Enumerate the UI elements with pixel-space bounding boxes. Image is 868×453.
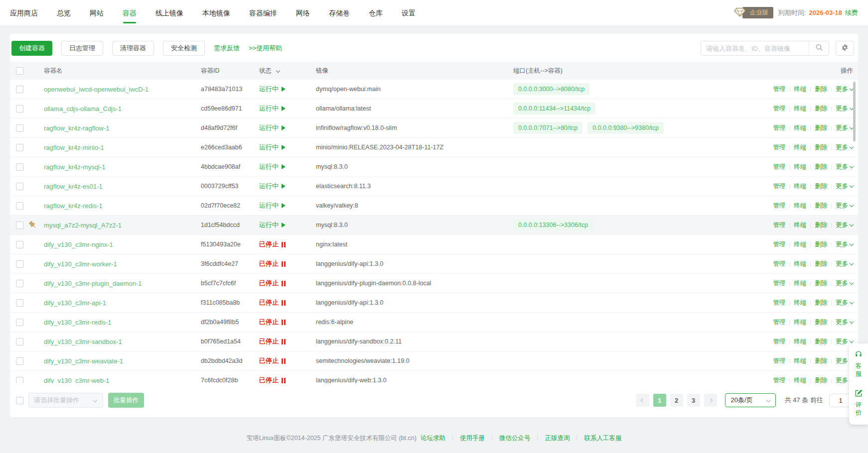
action-terminal[interactable]: 终端: [794, 221, 806, 229]
batch-operation-select[interactable]: 请选择批量操作: [28, 393, 103, 408]
select-all-checkbox[interactable]: [16, 67, 23, 75]
action-terminal[interactable]: 终端: [794, 376, 806, 384]
batch-select-all-checkbox[interactable]: [16, 397, 23, 404]
action-terminal[interactable]: 终端: [794, 85, 806, 94]
nav-tab-network[interactable]: 网络: [296, 0, 310, 26]
action-manage[interactable]: 管理: [773, 85, 785, 94]
row-checkbox[interactable]: [16, 338, 23, 345]
nav-tab-volume[interactable]: 存储卷: [329, 0, 350, 26]
footer-link[interactable]: 微信公众号: [499, 435, 531, 442]
action-terminal[interactable]: 终端: [794, 240, 806, 249]
action-delete[interactable]: 删除: [815, 105, 827, 113]
row-checkbox[interactable]: [16, 241, 23, 248]
action-manage[interactable]: 管理: [773, 260, 785, 268]
clean-container-button[interactable]: 清理容器: [112, 41, 154, 56]
container-name-link[interactable]: dify_v130_c3mr-redis-1: [44, 319, 201, 326]
nav-tab-app-store[interactable]: 应用商店: [10, 0, 38, 26]
action-delete[interactable]: 删除: [815, 299, 827, 307]
feedback-link[interactable]: 需求反馈: [214, 44, 240, 53]
action-manage[interactable]: 管理: [773, 105, 785, 113]
action-delete[interactable]: 删除: [815, 338, 827, 346]
action-terminal[interactable]: 终端: [794, 357, 806, 365]
row-checkbox[interactable]: [16, 377, 23, 384]
action-manage[interactable]: 管理: [773, 279, 785, 288]
page-size-select[interactable]: 20条/页: [725, 393, 776, 407]
container-name-link[interactable]: ragflow_kr4z-mysql-1: [44, 163, 201, 171]
page-button-1[interactable]: 1: [653, 394, 666, 407]
action-more[interactable]: 更多: [836, 85, 853, 94]
row-checkbox[interactable]: [16, 357, 23, 365]
row-checkbox[interactable]: [16, 86, 23, 93]
security-check-button[interactable]: 安全检测: [163, 41, 205, 56]
action-manage[interactable]: 管理: [773, 221, 785, 229]
next-page-button[interactable]: [704, 394, 717, 407]
row-checkbox[interactable]: [16, 299, 23, 307]
row-checkbox[interactable]: [16, 280, 23, 287]
container-name-link[interactable]: openwebui_iwcd-openwebui_iwcD-1: [44, 86, 201, 93]
action-terminal[interactable]: 终端: [794, 143, 806, 152]
log-manage-button[interactable]: 日志管理: [61, 41, 103, 56]
action-terminal[interactable]: 终端: [794, 105, 806, 113]
action-terminal[interactable]: 终端: [794, 299, 806, 307]
action-terminal[interactable]: 终端: [794, 182, 806, 191]
action-terminal[interactable]: 终端: [794, 202, 806, 210]
action-delete[interactable]: 删除: [815, 240, 827, 249]
action-terminal[interactable]: 终端: [794, 124, 806, 132]
container-name-link[interactable]: ragflow_kr4z-minio-1: [44, 144, 201, 151]
settings-button[interactable]: [836, 41, 854, 56]
row-checkbox[interactable]: [16, 202, 23, 210]
action-manage[interactable]: 管理: [773, 357, 785, 365]
nav-tab-overview[interactable]: 总览: [57, 0, 71, 26]
scrollbar-thumb[interactable]: [853, 82, 856, 141]
action-manage[interactable]: 管理: [773, 318, 785, 327]
row-checkbox[interactable]: [16, 163, 23, 171]
container-name-link[interactable]: dify_v130_c3mr-sandbox-1: [44, 338, 201, 345]
nav-tab-registry[interactable]: 仓库: [369, 0, 383, 26]
action-delete[interactable]: 删除: [815, 357, 827, 365]
footer-link[interactable]: 联系人工客服: [584, 435, 621, 442]
action-more[interactable]: 更多: [836, 105, 853, 113]
action-delete[interactable]: 删除: [815, 318, 827, 327]
action-more[interactable]: 更多: [836, 299, 853, 307]
action-more[interactable]: 更多: [836, 260, 853, 268]
help-link[interactable]: >>使用帮助: [249, 44, 282, 53]
create-container-button[interactable]: 创建容器: [11, 41, 52, 56]
header-status[interactable]: 状态: [259, 67, 316, 75]
action-terminal[interactable]: 终端: [794, 260, 806, 268]
action-delete[interactable]: 删除: [815, 163, 827, 171]
action-more[interactable]: 更多: [836, 143, 853, 152]
action-delete[interactable]: 删除: [815, 260, 827, 268]
nav-tab-online-image[interactable]: 线上镜像: [155, 0, 183, 26]
action-manage[interactable]: 管理: [773, 299, 785, 307]
action-more[interactable]: 更多: [836, 221, 853, 229]
row-checkbox[interactable]: [16, 105, 23, 113]
action-delete[interactable]: 删除: [815, 202, 827, 210]
row-checkbox[interactable]: [16, 222, 23, 229]
container-name-link[interactable]: ragflow_kr4z-redis-1: [44, 202, 201, 210]
nav-tab-container[interactable]: 容器: [123, 0, 137, 26]
action-delete[interactable]: 删除: [815, 85, 827, 94]
search-button[interactable]: [809, 41, 829, 55]
action-terminal[interactable]: 终端: [794, 318, 806, 327]
container-name-link[interactable]: dify_v130_c3mr-plugin_daemon-1: [44, 280, 201, 287]
action-manage[interactable]: 管理: [773, 163, 785, 171]
container-name-link[interactable]: ragflow_kr4z-ragflow-1: [44, 124, 201, 132]
action-delete[interactable]: 删除: [815, 143, 827, 152]
action-more[interactable]: 更多: [836, 240, 853, 249]
action-delete[interactable]: 删除: [815, 279, 827, 288]
action-terminal[interactable]: 终端: [794, 279, 806, 288]
action-terminal[interactable]: 终端: [794, 163, 806, 171]
action-manage[interactable]: 管理: [773, 124, 785, 132]
container-name-link[interactable]: ragflow_kr4z-es01-1: [44, 183, 201, 190]
container-name-link[interactable]: dify_v130_c3mr-weaviate-1: [44, 357, 201, 365]
rate-button[interactable]: 评价: [855, 389, 863, 417]
container-name-link[interactable]: mysql_a7z2-mysql_A7z2-1: [44, 222, 201, 229]
nav-tab-settings[interactable]: 设置: [402, 0, 416, 26]
action-more[interactable]: 更多: [836, 163, 853, 171]
row-checkbox[interactable]: [16, 144, 23, 151]
row-checkbox[interactable]: [16, 124, 23, 132]
batch-operation-button[interactable]: 批量操作: [108, 393, 144, 408]
container-name-link[interactable]: dify_v130_c3mr-web-1: [44, 377, 201, 384]
action-more[interactable]: 更多: [836, 182, 853, 191]
action-more[interactable]: 更多: [836, 318, 853, 327]
